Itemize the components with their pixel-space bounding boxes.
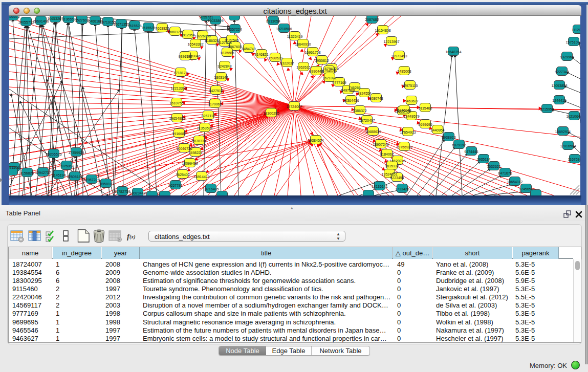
svg-text:1244415: 1244415 [552,99,566,102]
svg-text:1440954: 1440954 [430,128,444,132]
svg-text:1875685: 1875685 [220,51,234,55]
svg-text:20691406: 20691406 [33,19,49,23]
svg-text:18907249: 18907249 [373,143,388,146]
svg-text:16033809: 16033809 [207,19,223,23]
svg-text:7632621: 7632621 [487,165,500,168]
svg-text:1112043: 1112043 [572,28,580,32]
svg-text:1405572: 1405572 [9,16,20,18]
svg-text:15640910: 15640910 [295,42,311,46]
svg-text:16782759: 16782759 [114,190,130,193]
svg-text:7955812: 7955812 [315,59,329,62]
svg-text:2935114: 2935114 [477,158,491,161]
svg-text:9699695: 9699695 [418,123,432,126]
svg-text:9242848: 9242848 [217,64,231,68]
svg-text:11353594: 11353594 [197,126,213,130]
svg-text:10958107: 10958107 [98,182,114,186]
svg-text:2087682: 2087682 [365,18,379,21]
svg-text:3912954: 3912954 [181,33,194,37]
svg-text:3215958: 3215958 [540,107,554,111]
svg-text:1615132: 1615132 [385,164,399,168]
svg-text:13023448: 13023448 [129,191,145,195]
svg-text:14914479: 14914479 [193,175,209,179]
svg-text:1610755: 1610755 [169,101,183,105]
svg-text:1167534: 1167534 [568,158,580,161]
svg-text:1145194: 1145194 [52,173,66,177]
svg-text:(x): (x) [129,234,136,240]
svg-text:20206526: 20206526 [46,152,61,156]
svg-text:17957225: 17957225 [83,178,99,182]
svg-text:1156829: 1156829 [20,171,34,175]
svg-text:9115460: 9115460 [419,106,432,110]
svg-text:12975115: 12975115 [402,84,418,87]
svg-text:10688639: 10688639 [365,130,381,134]
svg-text:15720407: 15720407 [359,119,375,122]
svg-text:19218506: 19218506 [276,27,292,31]
svg-text:1498222: 1498222 [188,151,202,155]
svg-text:13226058: 13226058 [194,34,210,38]
svg-text:6879197: 6879197 [452,143,466,147]
svg-text:1527602: 1527602 [75,18,89,22]
svg-text:9474444: 9474444 [464,150,478,154]
svg-text:13524851: 13524851 [381,172,397,176]
svg-text:7485003: 7485003 [397,70,411,73]
svg-text:14055712: 14055712 [18,20,34,24]
svg-text:7915061: 7915061 [9,166,21,169]
svg-text:9245652: 9245652 [519,187,533,191]
svg-text:1362615: 1362615 [296,65,310,69]
svg-text:1080748: 1080748 [369,97,383,100]
svg-text:18300295: 18300295 [263,112,279,115]
svg-text:14136141: 14136141 [372,185,387,188]
svg-text:8186328: 8186328 [205,39,219,42]
svg-text:12213383: 12213383 [170,86,186,90]
svg-text:9463627: 9463627 [404,99,418,103]
svg-text:12093853: 12093853 [551,84,567,87]
svg-text:17359924: 17359924 [68,151,84,155]
svg-text:15751074: 15751074 [565,40,580,44]
svg-text:1803144: 1803144 [214,76,228,79]
svg-text:9777169: 9777169 [332,81,346,84]
svg-text:2718170: 2718170 [173,71,187,75]
svg-text:14120746: 14120746 [389,159,405,163]
svg-text:16154808: 16154808 [375,29,390,32]
svg-text:9660123: 9660123 [168,30,182,34]
svg-text:9127546: 9127546 [225,38,238,42]
svg-text:9427512: 9427512 [209,89,223,93]
svg-text:6216043: 6216043 [397,108,411,112]
svg-text:9227343: 9227343 [555,70,569,74]
svg-text:1588520: 1588520 [268,56,282,60]
svg-text:14099489: 14099489 [182,162,198,165]
svg-text:8322037: 8322037 [280,61,294,65]
svg-text:18724007: 18724007 [286,105,302,108]
svg-text:7386372: 7386372 [353,109,366,113]
svg-text:2867608: 2867608 [228,45,242,49]
svg-text:9657791: 9657791 [168,184,182,187]
svg-text:12505185: 12505185 [67,175,82,179]
svg-text:1170063: 1170063 [208,102,222,106]
svg-text:16543382: 16543382 [187,42,203,46]
svg-text:16671355: 16671355 [113,23,129,26]
svg-text:7515526: 7515526 [141,26,155,30]
svg-text:16648754: 16648754 [445,50,461,54]
svg-text:8267110: 8267110 [202,114,215,118]
svg-text:12213967: 12213967 [383,40,399,43]
svg-text:6794028: 6794028 [322,69,336,73]
svg-text:746266: 746266 [349,86,360,90]
svg-text:19654985: 19654985 [169,117,185,120]
svg-text:16210643: 16210643 [566,115,580,118]
svg-text:1916682: 1916682 [172,132,186,136]
svg-text:1733426: 1733426 [395,187,409,191]
svg-text:8471676: 8471676 [498,171,512,175]
svg-text:11325419: 11325419 [287,35,303,38]
svg-text:13716485: 13716485 [203,187,219,191]
svg-text:16961758: 16961758 [304,51,320,54]
svg-text:9975867: 9975867 [59,164,73,168]
svg-text:17654923: 17654923 [400,130,416,134]
svg-text:8990448: 8990448 [309,70,323,73]
svg-text:9184067: 9184067 [380,152,394,156]
svg-text:10653267: 10653267 [47,17,63,20]
svg-text:8813054: 8813054 [266,19,280,23]
svg-text:8938923: 8938923 [442,136,455,139]
svg-text:5223454: 5223454 [390,176,404,180]
svg-text:1621072: 1621072 [322,76,336,80]
svg-text:10046736: 10046736 [176,147,192,150]
